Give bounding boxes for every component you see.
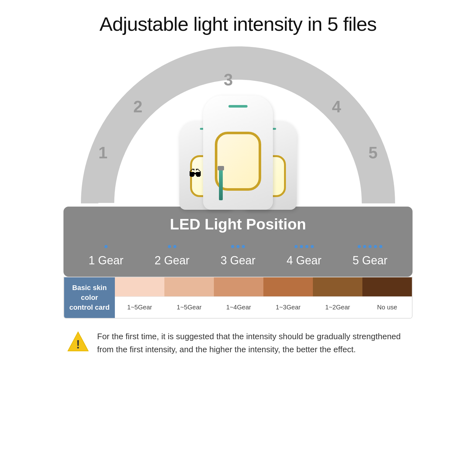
- skin-colors-container: 1~5Gear 1~5Gear 1~4Gear 1~3Gear 1~2Gear …: [115, 277, 412, 318]
- led-table-title: LED Light Position: [73, 215, 403, 233]
- warning-text: For the first time, it is suggested that…: [97, 330, 409, 356]
- led-table: LED Light Position 1 Gear 2 Gear 3 Gear: [63, 207, 413, 277]
- gear-label-1: 1: [98, 143, 108, 162]
- dot: [168, 245, 171, 248]
- dot: [305, 245, 308, 248]
- device-main: [203, 96, 273, 210]
- glasses-accessory: 🕶: [189, 167, 202, 181]
- dot: [236, 245, 240, 248]
- skin-gear-text-2: 1~5Gear: [164, 296, 214, 318]
- skin-gear-text-4: 1~3Gear: [263, 296, 313, 318]
- dot: [242, 245, 245, 248]
- skin-color-item-6: No use: [362, 277, 412, 318]
- led-gear-3: 3 Gear: [206, 244, 270, 267]
- skin-color-item-1: 1~5Gear: [115, 277, 164, 318]
- led-gear-1: 1 Gear: [74, 244, 138, 267]
- skin-swatch-5: [313, 277, 362, 296]
- dot: [379, 245, 382, 248]
- skin-color-item-3: 1~4Gear: [214, 277, 263, 318]
- page-title: Adjustable light intensity in 5 files: [100, 13, 377, 35]
- skin-swatch-3: [214, 277, 263, 296]
- dot: [358, 245, 361, 248]
- skin-color-table: Basic skin color control card 1~5Gear 1~…: [63, 277, 413, 319]
- led-dots-1: [104, 244, 108, 249]
- led-gear-2: 2 Gear: [140, 244, 204, 267]
- led-dots-5: [358, 244, 382, 249]
- led-gear-label-4: 4 Gear: [287, 254, 321, 267]
- razor-accessory: [219, 169, 223, 200]
- skin-color-item-5: 1~2Gear: [313, 277, 362, 318]
- skin-gear-text-1: 1~5Gear: [115, 296, 164, 318]
- led-gear-4: 4 Gear: [272, 244, 336, 267]
- led-gear-row: 1 Gear 2 Gear 3 Gear 4 Gea: [73, 241, 403, 270]
- led-dots-4: [294, 244, 314, 249]
- dot: [104, 245, 108, 248]
- gear-label-2: 2: [133, 97, 142, 116]
- skin-gear-text-3: 1~4Gear: [214, 296, 263, 318]
- skin-color-item-2: 1~5Gear: [164, 277, 214, 318]
- warning-section: ! For the first time, it is suggested th…: [63, 330, 413, 356]
- skin-label: Basic skin color control card: [64, 277, 115, 318]
- led-gear-label-3: 3 Gear: [221, 254, 255, 267]
- warning-icon: !: [67, 331, 89, 354]
- led-gear-label-1: 1 Gear: [89, 254, 123, 267]
- dot: [363, 245, 366, 248]
- led-dots-2: [168, 244, 176, 249]
- skin-swatch-4: [263, 277, 313, 296]
- dot: [300, 245, 303, 248]
- skin-swatch-1: [115, 277, 164, 296]
- dot: [374, 245, 377, 248]
- dot: [311, 245, 314, 248]
- dot: [368, 245, 372, 248]
- dial-section: 1 2 3 4 5 🕶: [79, 45, 397, 210]
- skin-gear-text-5: 1~2Gear: [313, 296, 362, 318]
- dot: [231, 245, 234, 248]
- svg-text:!: !: [76, 338, 80, 351]
- skin-swatch-2: [164, 277, 214, 296]
- skin-gear-text-6: No use: [362, 296, 412, 318]
- led-dots-3: [231, 244, 245, 249]
- gear-label-5: 5: [368, 143, 378, 162]
- led-gear-label-5: 5 Gear: [353, 254, 387, 267]
- devices-container: 🕶: [143, 57, 333, 210]
- led-gear-label-2: 2 Gear: [155, 254, 189, 267]
- gear-label-4: 4: [332, 97, 341, 116]
- dot: [173, 245, 176, 248]
- dot: [294, 245, 298, 248]
- skin-swatch-6: [362, 277, 412, 296]
- led-gear-5: 5 Gear: [338, 244, 402, 267]
- skin-color-item-4: 1~3Gear: [263, 277, 313, 318]
